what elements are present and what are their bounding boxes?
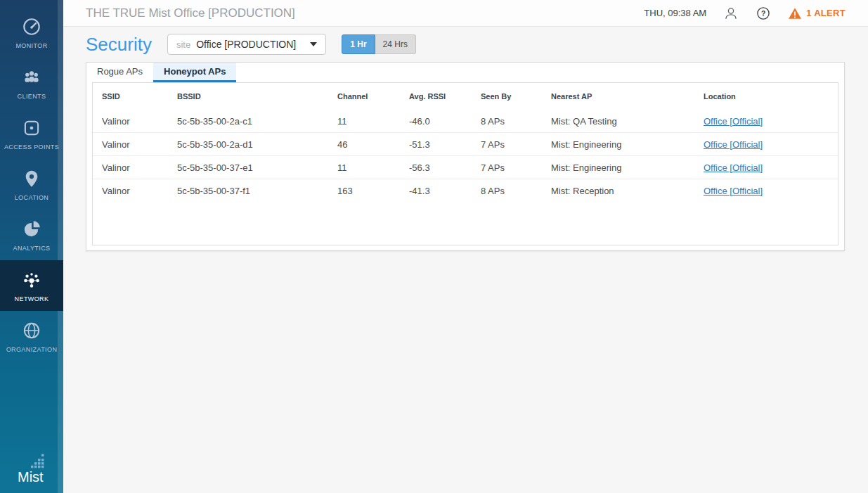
cell-ssid: Valinor — [102, 186, 177, 196]
cell-avg_rssi: -46.0 — [409, 116, 481, 127]
site-selector-value: Office [PRODUCTION] — [196, 39, 296, 50]
cell-location: Office [Official] — [704, 186, 838, 196]
sidebar-item-label: ANALYTICS — [13, 245, 51, 252]
sidebar-item-label: ORGANIZATION — [6, 346, 58, 353]
table-body: Valinor5c-5b-35-00-2a-c111-46.08 APsMist… — [93, 110, 838, 203]
sidebar-item-analytics[interactable]: ANALYTICS — [0, 210, 63, 260]
sidebar-item-label: ACCESS POINTS — [4, 143, 59, 151]
help-icon: ? — [756, 6, 771, 21]
mist-logo: Mist — [0, 454, 63, 486]
cell-avg_rssi: -41.3 — [409, 186, 481, 196]
range-button-1-hr[interactable]: 1 Hr — [342, 34, 375, 54]
header-right: THU, 09:38 AM ? — [644, 6, 846, 21]
page-title: Security — [86, 34, 152, 56]
top-header: THE TRUE Mist Office [PRODUCTION] THU, 0… — [63, 0, 868, 27]
location-icon — [21, 168, 42, 189]
table-row: Valinor5c-5b-35-00-2a-c111-46.08 APsMist… — [93, 110, 838, 133]
cell-location: Office [Official] — [704, 139, 838, 150]
clients-icon — [21, 67, 42, 88]
sidebar-item-label: NETWORK — [15, 295, 49, 302]
range-button-24-hrs[interactable]: 24 Hrs — [375, 34, 416, 54]
column-header-location: Location — [704, 92, 838, 101]
main-pane: THE TRUE Mist Office [PRODUCTION] THU, 0… — [63, 0, 868, 493]
cell-ssid: Valinor — [102, 162, 177, 173]
column-header-ssid: SSID — [102, 92, 177, 101]
sidebar-item-label: MONITOR — [15, 42, 47, 49]
table-row: Valinor5c-5b-35-00-37-e111-56.37 APsMist… — [93, 156, 838, 179]
cell-bssid: 5c-5b-35-00-2a-d1 — [177, 139, 337, 150]
person-icon — [723, 6, 739, 21]
user-account-button[interactable] — [723, 6, 739, 21]
tab-honeypot-aps[interactable]: Honeypot APs — [153, 63, 236, 82]
cell-nearest_ap: Mist: Reception — [551, 186, 704, 196]
column-header-bssid: BSSID — [177, 92, 337, 101]
sidebar-item-access-points[interactable]: ACCESS POINTS — [0, 108, 63, 159]
cell-location: Office [Official] — [704, 116, 838, 127]
cell-channel: 11 — [337, 116, 409, 127]
alert-count-label: 1 ALERT — [806, 8, 846, 18]
alerts-button[interactable]: 1 ALERT — [788, 7, 846, 20]
monitor-icon — [21, 16, 42, 37]
organization-icon — [21, 320, 42, 341]
column-header-nearest-ap: Nearest AP — [551, 92, 704, 101]
clock-text: THU, 09:38 AM — [644, 8, 706, 18]
honeypot-table: SSIDBSSIDChannelAvg. RSSISeen ByNearest … — [92, 82, 838, 245]
network-icon — [21, 269, 42, 290]
cell-bssid: 5c-5b-35-00-37-e1 — [177, 162, 337, 173]
security-card: Rogue APsHoneypot APs SSIDBSSIDChannelAv… — [86, 62, 845, 251]
cell-seen_by: 7 APs — [481, 162, 551, 173]
column-header-channel: Channel — [337, 92, 409, 101]
mist-logo-dots — [31, 454, 44, 468]
sidebar-item-location[interactable]: LOCATION — [0, 159, 63, 210]
cell-avg_rssi: -56.3 — [409, 162, 481, 173]
cell-bssid: 5c-5b-35-00-2a-c1 — [177, 116, 337, 127]
cell-location: Office [Official] — [704, 162, 838, 173]
mist-logo-text: Mist — [18, 469, 44, 485]
time-range-toggle: 1 Hr24 Hrs — [342, 34, 416, 54]
location-link[interactable]: Office [Official] — [704, 186, 763, 196]
cell-seen_by: 7 APs — [481, 139, 551, 150]
table-row: Valinor5c-5b-35-00-2a-d146-51.37 APsMist… — [93, 133, 838, 156]
cell-seen_by: 8 APs — [481, 186, 551, 196]
cell-channel: 46 — [337, 139, 409, 150]
cell-avg_rssi: -51.3 — [409, 139, 481, 150]
sidebar-item-clients[interactable]: CLIENTS — [0, 58, 63, 108]
tab-bar: Rogue APsHoneypot APs — [86, 63, 844, 82]
cell-nearest_ap: Mist: Engineering — [551, 139, 704, 150]
cell-nearest_ap: Mist: Engineering — [551, 162, 704, 173]
location-link[interactable]: Office [Official] — [704, 162, 763, 173]
table-header-row: SSIDBSSIDChannelAvg. RSSISeen ByNearest … — [93, 83, 838, 110]
app-root: MONITORCLIENTSACCESS POINTSLOCATIONANALY… — [0, 0, 868, 493]
sidebar-item-organization[interactable]: ORGANIZATION — [0, 311, 63, 361]
page-toolbar: Security site Office [PRODUCTION] 1 Hr24… — [63, 27, 868, 62]
site-selector-prefix: site — [176, 39, 190, 50]
chevron-down-icon — [310, 42, 317, 46]
cell-nearest_ap: Mist: QA Testing — [551, 116, 704, 127]
tab-rogue-aps[interactable]: Rogue APs — [86, 63, 153, 82]
sidebar-item-network[interactable]: NETWORK — [0, 260, 63, 311]
cell-seen_by: 8 APs — [481, 116, 551, 127]
column-header-seen-by: Seen By — [481, 92, 551, 101]
location-link[interactable]: Office [Official] — [704, 116, 763, 127]
cell-ssid: Valinor — [102, 116, 177, 127]
sidebar: MONITORCLIENTSACCESS POINTSLOCATIONANALY… — [0, 0, 63, 493]
sidebar-item-label: LOCATION — [15, 194, 49, 201]
location-link[interactable]: Office [Official] — [704, 139, 763, 150]
site-selector[interactable]: site Office [PRODUCTION] — [167, 34, 326, 55]
sidebar-nav: MONITORCLIENTSACCESS POINTSLOCATIONANALY… — [0, 0, 63, 361]
analytics-icon — [21, 219, 42, 240]
column-header-avg-rssi: Avg. RSSI — [409, 92, 481, 101]
cell-bssid: 5c-5b-35-00-37-f1 — [177, 186, 337, 196]
sidebar-item-label: CLIENTS — [18, 93, 46, 100]
svg-text:?: ? — [761, 9, 765, 17]
cell-ssid: Valinor — [102, 139, 177, 150]
org-title: THE TRUE Mist Office [PRODUCTION] — [86, 6, 295, 20]
access-points-icon — [21, 117, 42, 139]
cell-channel: 163 — [337, 186, 409, 196]
sidebar-item-monitor[interactable]: MONITOR — [0, 7, 63, 58]
table-row: Valinor5c-5b-35-00-37-f1163-41.38 APsMis… — [93, 179, 838, 203]
alert-triangle-icon — [788, 7, 802, 20]
cell-channel: 11 — [337, 162, 409, 173]
help-button[interactable]: ? — [756, 6, 771, 21]
